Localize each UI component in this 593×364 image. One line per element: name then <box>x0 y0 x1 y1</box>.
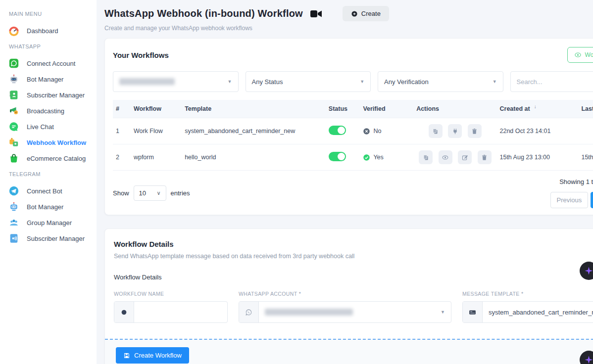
status-filter-select[interactable]: Any Status ▼ <box>246 71 371 92</box>
sidebar-item-label: Connect Bot <box>27 187 62 195</box>
sidebar-item-bot-manager[interactable]: Bot Manager <box>8 71 93 87</box>
workflows-card-title: Your Workflows <box>113 51 169 59</box>
sidebar-item-label: Bot Manager <box>27 203 63 211</box>
sidebar-item-label: Webhook Workflow <box>27 139 86 146</box>
table-row: 2 wpform hello_world Yes <box>113 144 593 171</box>
entries-summary: Showing 1 to 2 of 2 entries <box>559 178 593 185</box>
status-toggle[interactable] <box>329 126 346 135</box>
workflow-details-card: Workflow Details Send WhatsApp template … <box>104 228 593 364</box>
sidebar-item-bot-manager-telegram[interactable]: Bot Manager <box>8 199 93 215</box>
page-size-control: Show 10 ∨ entries <box>113 178 190 208</box>
col-header-verified[interactable]: Verified <box>360 100 413 118</box>
sidebar-item-label: Broadcasting <box>27 107 64 115</box>
sort-icon: ↓ <box>534 104 537 109</box>
details-card-subtitle: Send WhatsApp template message based on … <box>114 253 593 260</box>
sidebar-item-label: Subscriber Manager <box>27 235 85 242</box>
current-page-button[interactable]: 1 <box>591 192 593 208</box>
message-template-select[interactable]: system_abandoned_cart_reminder_new (none… <box>462 301 593 323</box>
col-header-num[interactable]: # <box>113 100 131 118</box>
duplicate-button[interactable] <box>429 124 443 138</box>
whatsapp-outline-icon <box>239 302 259 322</box>
sidebar-item-label: Dashboard <box>27 27 58 35</box>
selected-template: system_abandoned_cart_reminder_new (none… <box>489 309 593 316</box>
row-workflow-name: Work Flow <box>131 118 182 144</box>
eye-icon <box>574 52 582 58</box>
sidebar-item-connect-account[interactable]: Connect Account <box>8 55 93 71</box>
row-workflow-name: wpform <box>131 144 182 171</box>
table-row: 1 Work Flow system_abandoned_cart_remind… <box>113 118 593 144</box>
template-card-icon <box>463 302 483 322</box>
sidebar-item-subscriber-manager-telegram[interactable]: Subscriber Manager <box>8 230 93 246</box>
create-button[interactable]: Create <box>343 6 389 21</box>
col-header-template[interactable]: Template <box>182 100 326 118</box>
col-header-created-at[interactable]: Created at↓ <box>496 100 578 118</box>
page-title: WhatsApp Webhook (in-bound) Workflow <box>104 8 303 19</box>
view-button[interactable] <box>439 150 452 164</box>
message-template-label: MESSAGE TEMPLATE * <box>462 291 593 297</box>
sidebar-item-label: Group Manager <box>27 219 72 227</box>
col-header-status[interactable]: Status <box>326 100 360 118</box>
trash-icon <box>481 154 488 161</box>
sidebar-item-dashboard[interactable]: Dashboard <box>8 23 93 39</box>
search-input[interactable] <box>517 78 593 86</box>
video-tutorial-icon[interactable] <box>310 9 323 19</box>
copy-icon <box>422 154 430 161</box>
sidebar-item-group-manager[interactable]: Group Manager <box>8 215 93 230</box>
page-size-select[interactable]: 10 ∨ <box>134 185 166 201</box>
search-field <box>510 71 593 92</box>
workflow-report-button[interactable]: Workflow Report <box>567 47 593 63</box>
sidebar-item-label: Bot Manager <box>27 76 63 83</box>
verified-badge: No <box>363 128 410 135</box>
col-header-last-called-at[interactable]: Last Called at <box>578 100 593 118</box>
chevron-down-icon: ▼ <box>228 79 232 84</box>
create-workflow-button[interactable]: Create Workflow <box>116 347 189 364</box>
sidebar-item-subscriber-manager[interactable]: Subscriber Manager <box>8 87 93 103</box>
whatsapp-account-label: WHATSAPP ACCOUNT * <box>239 291 451 297</box>
sidebar-item-label: Connect Account <box>27 60 75 67</box>
status-toggle[interactable] <box>329 152 346 161</box>
edit-button[interactable] <box>458 150 472 164</box>
sidebar-item-broadcasting[interactable]: Broadcasting <box>8 103 93 119</box>
filter-row: ▼ Any Status ▼ Any Verification ▼ <box>113 71 593 92</box>
workflow-name-input[interactable] <box>140 309 221 316</box>
copy-icon <box>432 128 439 135</box>
chevron-down-icon: ▼ <box>360 79 364 84</box>
chevron-down-icon: ▼ <box>441 310 445 315</box>
workflows-card: Your Workflows Workflow Report ▼ Any Sta… <box>104 38 593 215</box>
trash-icon <box>471 128 478 135</box>
cross-circle-icon <box>363 128 370 135</box>
whatsapp-account-select[interactable]: ▼ <box>239 301 451 323</box>
plug-icon <box>451 128 459 135</box>
group-people-icon <box>8 217 19 228</box>
verification-filter-select[interactable]: Any Verification ▼ <box>378 71 503 92</box>
whatsapp-icon <box>8 58 19 69</box>
verified-badge: Yes <box>363 154 410 161</box>
previous-page-button[interactable]: Previous <box>550 192 589 208</box>
sidebar: MAIN MENU Dashboard WHATSAPP Connect Acc… <box>0 0 97 364</box>
webhook-url-button[interactable] <box>448 124 462 138</box>
pagination: Previous 1 Next <box>550 192 593 208</box>
sidebar-item-live-chat[interactable]: Live Chat <box>8 119 93 135</box>
redacted-account-value <box>119 78 175 85</box>
table-header-row: # Workflow Template Status Verified Acti… <box>113 100 593 118</box>
chat-bubble-icon <box>8 121 19 133</box>
robot-icon <box>8 74 19 85</box>
chevron-down-icon: ∨ <box>156 190 160 196</box>
section-label-main-menu: MAIN MENU <box>9 11 93 17</box>
sidebar-item-ecommerce-catalog[interactable]: eCommerce Catalog <box>8 150 93 166</box>
row-num: 2 <box>113 144 131 171</box>
page-header: WhatsApp Webhook (in-bound) Workflow Cre… <box>104 6 593 21</box>
sidebar-item-connect-bot[interactable]: Connect Bot <box>8 183 93 199</box>
col-header-actions: Actions <box>413 100 496 118</box>
sidebar-item-label: eCommerce Catalog <box>27 155 86 162</box>
sidebar-item-webhook-workflow[interactable]: Webhook Workflow <box>8 135 93 150</box>
col-header-workflow[interactable]: Workflow <box>131 100 182 118</box>
sidebar-item-label: Subscriber Manager <box>27 91 85 99</box>
sparkle-icon <box>584 266 593 275</box>
row-num: 1 <box>113 118 131 144</box>
duplicate-button[interactable] <box>419 150 433 164</box>
delete-button[interactable] <box>478 150 492 164</box>
account-filter-select[interactable]: ▼ <box>113 71 239 92</box>
delete-button[interactable] <box>468 124 482 138</box>
section-label-whatsapp: WHATSAPP <box>9 44 93 49</box>
